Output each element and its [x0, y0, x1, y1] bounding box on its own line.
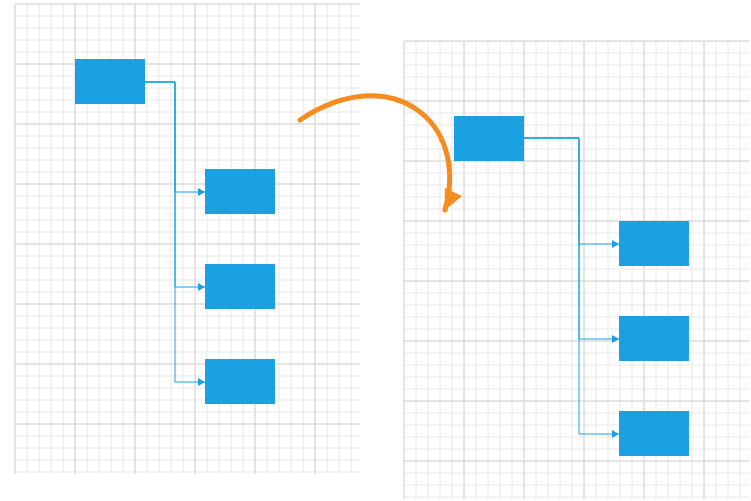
node-l-c2[interactable]: [205, 264, 275, 309]
node-r-c2[interactable]: [619, 316, 689, 361]
node-r-root[interactable]: [454, 116, 524, 161]
svg-rect-0: [15, 4, 360, 474]
node-r-c3[interactable]: [619, 411, 689, 456]
canvas-left[interactable]: [15, 4, 360, 474]
node-r-c1[interactable]: [619, 221, 689, 266]
svg-rect-84: [404, 41, 749, 499]
node-l-c3[interactable]: [205, 359, 275, 404]
node-l-c1[interactable]: [205, 169, 275, 214]
node-l-root[interactable]: [75, 59, 145, 104]
canvas-right[interactable]: [404, 41, 749, 499]
diagram-svg: [0, 0, 751, 501]
diagram-stage: [0, 0, 751, 501]
